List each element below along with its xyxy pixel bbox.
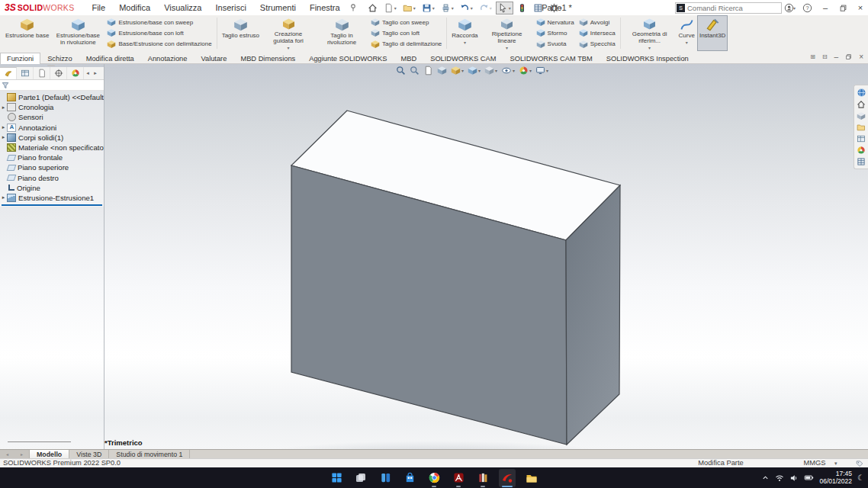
view-settings-icon[interactable]: ▾ (535, 66, 548, 75)
drawing-view-icon[interactable]: ▾ (451, 66, 464, 75)
curves-button[interactable]: Curve ▾ (677, 15, 697, 51)
tab-aggiunte-solidworks[interactable]: Aggiunte SOLIDWORKS (302, 53, 394, 64)
linear-pattern-button[interactable]: Ripetizione lineare ▾ (481, 15, 534, 51)
boundary-boss-button[interactable]: Base/Estrusione con delimitazione (107, 40, 211, 49)
minimize-button[interactable]: – (821, 3, 830, 12)
tree-item-piano-frontale[interactable]: Piano frontale (0, 152, 104, 162)
volume-icon[interactable] (789, 474, 799, 483)
tab-funzioni[interactable]: Funzioni (0, 53, 40, 64)
chevron-down-icon[interactable]: ▾ (506, 46, 508, 50)
propertymanager-tab[interactable] (17, 67, 34, 79)
new-document-button[interactable]: ▾ (381, 2, 399, 14)
undo-button[interactable]: ▾ (458, 2, 475, 14)
3dexperience-icon[interactable] (857, 88, 866, 98)
tab-solidworks-inspection[interactable]: SOLIDWORKS Inspection (600, 53, 696, 64)
focus-assist-moon-icon[interactable]: ☾ (857, 474, 864, 482)
tree-item-piano-superiore[interactable]: Piano superiore (0, 162, 104, 172)
home-button[interactable] (365, 2, 380, 14)
start-button[interactable] (328, 469, 345, 487)
tab-mbd-dimensions[interactable]: MBD Dimensions (233, 53, 302, 64)
tab-modifica-diretta[interactable]: Modifica diretta (79, 53, 141, 64)
resources-icon[interactable] (857, 111, 866, 120)
menu-visualizza[interactable]: Visualizza (157, 2, 208, 14)
file-explorer-taskbar-icon[interactable] (523, 469, 540, 487)
tab-studio-movimento[interactable]: Studio di movimento 1 (109, 450, 190, 458)
restore-button[interactable] (838, 3, 847, 12)
expand-arrow-icon[interactable]: ▸ (0, 124, 7, 130)
hole-wizard-button[interactable]: Creazione guidata fori ▾ (262, 15, 315, 51)
displaymanager-tab[interactable] (67, 67, 84, 79)
tree-item-origine[interactable]: Origine (0, 183, 104, 193)
tab-solidworks-cam[interactable]: SOLIDWORKS CAM (423, 53, 503, 64)
tree-item-sensori[interactable]: Sensori (0, 112, 104, 122)
menu-inserisci[interactable]: Inserisci (208, 2, 252, 14)
tree-item-part-root[interactable]: Parte1 (Default) <<Default>_Stato di v (0, 92, 104, 102)
extruded-cut-button[interactable]: Taglio estruso (220, 15, 262, 51)
expand-arrow-icon[interactable]: ▸ (0, 134, 7, 140)
fillet-button[interactable]: Raccorda ▾ (449, 15, 480, 51)
doc-restore-button[interactable] (845, 53, 852, 60)
tab-valutare[interactable]: Valutare (194, 53, 233, 64)
custom-properties-icon[interactable] (857, 157, 866, 166)
chevron-down-icon[interactable]: ▾ (648, 46, 651, 50)
widgets-icon[interactable] (377, 469, 394, 487)
battery-icon[interactable] (804, 473, 814, 483)
tab-solidworks-cam-tbm[interactable]: SOLIDWORKS CAM TBM (503, 53, 599, 64)
view-orientation-icon[interactable]: ▾ (468, 66, 481, 75)
revolved-boss-button[interactable]: Estrusione/base in rivoluzione (51, 15, 104, 51)
intersect-button[interactable]: Interseca (579, 28, 616, 37)
tree-item-annotazioni[interactable]: ▸ Annotazioni (0, 123, 104, 133)
previous-view-icon[interactable] (423, 66, 433, 75)
tree-item-piano-destro[interactable]: Piano destro (0, 173, 104, 183)
task-view-icon[interactable] (352, 469, 369, 487)
tray-expand-icon[interactable] (761, 474, 770, 482)
redo-button[interactable]: ▾ (477, 2, 494, 14)
panel-bottom-splitter[interactable] (8, 441, 71, 442)
scroll-left-icon[interactable]: ◂ (6, 451, 8, 457)
help-icon[interactable] (802, 3, 812, 13)
menu-finestra[interactable]: Finestra (303, 2, 347, 14)
boundary-cut-button[interactable]: Taglio di delimitazione (371, 40, 442, 49)
design-library-icon[interactable] (857, 123, 866, 132)
hide-show-items-icon[interactable]: ▾ (501, 66, 515, 75)
rib-button[interactable]: Nervatura (536, 18, 574, 27)
expand-arrow-icon[interactable]: ▸ (0, 194, 7, 201)
tab-viste-3d[interactable]: Viste 3D (69, 450, 109, 458)
chevron-down-icon[interactable]: ▾ (464, 40, 466, 45)
command-search[interactable]: S ⌕ ▾ (675, 2, 782, 14)
boss-extrude-button[interactable]: Estrusione base (3, 15, 51, 51)
winrar-icon[interactable] (474, 469, 491, 487)
file-explorer-icon[interactable] (857, 134, 866, 143)
doc-minimize-button[interactable]: – (834, 53, 839, 61)
chevron-down-icon[interactable]: ▾ (686, 40, 688, 45)
menu-file[interactable]: File (85, 2, 112, 14)
doc-pane-icon[interactable]: ⊞ (810, 53, 815, 60)
units-dropdown-icon[interactable]: ▾ (834, 459, 837, 467)
doc-pane2-icon[interactable]: ⊟ (822, 53, 828, 60)
open-button[interactable]: ▾ (400, 2, 418, 14)
wrap-button[interactable]: Avvolgi (579, 18, 616, 27)
chevron-down-icon[interactable]: ▾ (288, 46, 290, 50)
configurationmanager-tab[interactable] (34, 67, 50, 79)
shell-button[interactable]: Svuota (536, 40, 574, 49)
tab-mbd[interactable]: MBD (394, 53, 424, 64)
tab-annotazione[interactable]: Annotazione (141, 53, 194, 64)
acrobat-icon[interactable] (450, 469, 467, 487)
tab-scroll-buttons[interactable]: ◂▸ (0, 450, 30, 458)
tag-icon[interactable] (856, 460, 863, 467)
panel-splitter[interactable] (104, 64, 104, 449)
featuremanager-tab[interactable] (0, 67, 17, 79)
save-button[interactable]: ▾ (420, 2, 437, 14)
close-button[interactable]: × (856, 3, 865, 12)
chrome-icon[interactable] (426, 469, 442, 487)
account-icon[interactable] (784, 3, 794, 13)
dimxpertmanager-tab[interactable] (50, 67, 67, 79)
zoom-fit-icon[interactable] (396, 66, 406, 75)
pin-menu-icon[interactable] (349, 3, 359, 12)
menu-modifica[interactable]: Modifica (112, 2, 157, 14)
tree-item-estrusione1[interactable]: ▸ Estrusione-Estrusione1 (0, 193, 104, 203)
tree-filter-bar[interactable] (0, 80, 104, 91)
solidworks-taskbar-icon[interactable] (499, 469, 516, 487)
lofted-cut-button[interactable]: Taglio con loft (371, 28, 442, 37)
doc-close-button[interactable]: × (859, 53, 863, 61)
